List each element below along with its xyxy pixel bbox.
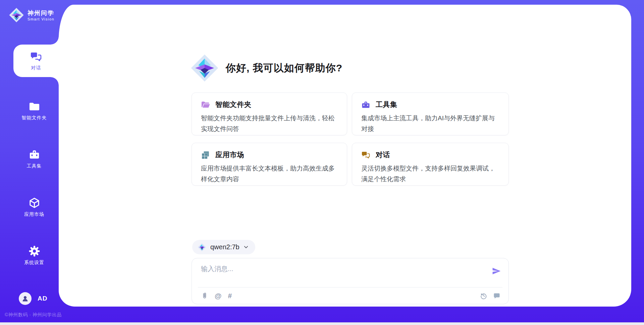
user-name: AD <box>38 295 47 302</box>
folder-open-icon <box>201 101 210 109</box>
sidebar-item-toolset[interactable]: 工具集 <box>9 143 59 174</box>
tab-fillet-bottom <box>51 77 59 85</box>
model-selector[interactable]: qwen2:7b <box>192 240 255 254</box>
card-title: 应用市场 <box>215 150 244 159</box>
sidebar-item-app-market[interactable]: 应用市场 <box>9 192 59 222</box>
folder-icon <box>29 101 40 112</box>
sidebar-item-settings[interactable]: 系统设置 <box>9 240 59 271</box>
model-gem-icon <box>198 243 206 252</box>
brand-subtitle: Smart Vision <box>28 17 54 21</box>
user-account[interactable]: AD <box>19 292 47 305</box>
tab-fillet-top <box>51 37 59 45</box>
send-icon[interactable] <box>492 266 501 276</box>
greeting-gem-icon <box>190 54 219 82</box>
message-composer: @ # <box>192 258 509 304</box>
card-chat[interactable]: 对话 灵活切换多模型文件，支持多样回复效果调试，满足个性化需求 <box>352 143 509 186</box>
sidebar-item-label: 智能文件夹 <box>22 115 47 121</box>
main-panel: 你好, 我可以如何帮助你? 智能文件夹 智能文件夹功能支持批量文件上传与清洗，轻… <box>59 5 631 307</box>
card-description: 智能文件夹功能支持批量文件上传与清洗，轻松实现文件问答 <box>201 113 338 134</box>
sidebar-item-chat[interactable]: 对话 <box>13 45 59 77</box>
sidebar-item-label: 应用市场 <box>24 211 44 217</box>
card-app-market[interactable]: 应用市场 应用市场提供丰富长文本模板，助力高效生成多样化文章内容 <box>192 143 347 186</box>
model-name: qwen2:7b <box>210 243 239 251</box>
toolbox-icon <box>361 101 370 109</box>
sidebar-item-label: 系统设置 <box>24 260 44 266</box>
composer-divider <box>198 287 502 287</box>
brand-logo: 神州问学 Smart Vision <box>9 7 54 23</box>
user-icon <box>21 295 29 303</box>
card-title: 工具集 <box>376 100 397 109</box>
window-bottom-edge <box>0 322 644 325</box>
card-description: 集成市场上主流工具，助力AI与外界无缝扩展与对接 <box>361 113 500 134</box>
copyright-text: ©神州数码 · 神州问学出品 <box>5 312 62 318</box>
chat-bubble-icon[interactable] <box>493 292 500 300</box>
sidebar-item-label: 对话 <box>31 65 41 71</box>
card-description: 应用市场提供丰富长文本模板，助力高效生成多样化文章内容 <box>201 163 338 185</box>
chevron-down-icon <box>244 245 249 250</box>
chat-icon <box>361 151 370 159</box>
cube-grid-icon <box>201 151 210 159</box>
chat-icon <box>30 51 42 63</box>
card-description: 灵活切换多模型文件，支持多样回复效果调试，满足个性化需求 <box>361 163 500 185</box>
mention-icon[interactable]: @ <box>215 292 221 300</box>
greeting-title: 你好, 我可以如何帮助你? <box>226 61 342 75</box>
app-window: 神州问学 Smart Vision 对话 智能文件夹 <box>0 0 644 325</box>
greeting: 你好, 我可以如何帮助你? <box>190 54 342 82</box>
paperclip-icon[interactable] <box>201 292 208 300</box>
message-input[interactable] <box>201 264 476 283</box>
sidebar-item-label: 工具集 <box>27 163 42 169</box>
card-title: 智能文件夹 <box>215 100 252 109</box>
card-smart-folder[interactable]: 智能文件夹 智能文件夹功能支持批量文件上传与清洗，轻松实现文件问答 <box>192 92 347 135</box>
avatar <box>19 292 32 305</box>
gear-icon <box>29 245 40 257</box>
brand-name: 神州问学 <box>28 9 54 17</box>
sidebar-item-smart-folder[interactable]: 智能文件夹 <box>9 95 59 126</box>
card-title: 对话 <box>376 150 390 159</box>
card-toolset[interactable]: 工具集 集成市场上主流工具，助力AI与外界无缝扩展与对接 <box>352 92 509 135</box>
hash-icon[interactable]: # <box>228 292 232 300</box>
cube-icon <box>29 197 40 209</box>
toolbox-icon <box>29 149 40 160</box>
feature-cards: 智能文件夹 智能文件夹功能支持批量文件上传与清洗，轻松实现文件问答 工具集 <box>192 92 509 186</box>
brand-gem-icon <box>9 7 24 23</box>
history-icon[interactable] <box>480 292 487 300</box>
